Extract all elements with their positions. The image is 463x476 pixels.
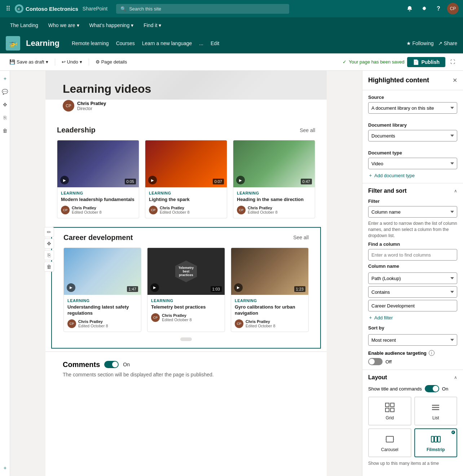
filter-label: Filter — [368, 198, 457, 204]
svg-rect-4 — [385, 408, 389, 412]
document-library-select[interactable]: Documents — [368, 130, 457, 141]
play-button[interactable]: ▶ — [60, 176, 69, 184]
chevron-down-icon: ▾ — [131, 22, 133, 28]
source-select[interactable]: A document library on this site — [368, 102, 457, 114]
top-navigation: ⠿ C Contoso Electronics SharePoint 🔍 Sea… — [0, 0, 463, 17]
copy-page-icon[interactable]: ⎘ — [0, 113, 10, 123]
edit-toolbar: 💾 Save as draft ▾ ↩ Undo ▾ ⚙ Page detail… — [0, 53, 463, 71]
sort-by-label: Sort by — [368, 325, 457, 331]
page-header: 🚁 Learning Remote learning Courses Learn… — [0, 33, 463, 53]
app-launcher-icon[interactable]: ⠿ — [4, 3, 12, 14]
undo-button[interactable]: ↩ Undo ▾ — [58, 57, 86, 67]
page-icon: 🚁 — [6, 36, 20, 51]
document-type-label: Document type — [368, 150, 457, 156]
search-bar[interactable]: 🔍 Search this site — [116, 4, 289, 14]
video-info: Learning Modern leadership fundamentals … — [57, 187, 139, 218]
video-author-avatar: CP — [237, 206, 246, 214]
delete-page-icon[interactable]: 🗑 — [0, 126, 10, 136]
play-button[interactable]: ▶ — [234, 283, 243, 292]
move-section-icon[interactable]: ✥ — [44, 239, 54, 249]
video-info: Learning Telemetry best practices CP Chr… — [147, 295, 225, 326]
add-section-bottom-icon[interactable]: ＋ — [0, 463, 10, 473]
layout-carousel-option[interactable]: Carousel — [368, 428, 411, 457]
undo-chevron-icon: ▾ — [80, 59, 82, 65]
layout-list-option[interactable]: List — [414, 397, 458, 425]
video-author-avatar: CP — [151, 313, 160, 322]
panel-title: Highlighted content — [368, 77, 429, 84]
help-icon[interactable]: ? — [433, 3, 444, 14]
pagenav-more[interactable]: ... — [198, 39, 204, 48]
comment-icon[interactable]: 💬 — [0, 87, 10, 97]
page-main-title: Learning videos — [63, 82, 309, 96]
leadership-section: Leadership See all ▶ 0:05 Learning Moder… — [45, 120, 327, 224]
document-type-select[interactable]: Video — [368, 158, 457, 169]
comments-row: Comments On — [63, 361, 309, 369]
video-duration: 0:07 — [213, 179, 224, 184]
close-icon[interactable]: ✕ — [453, 77, 457, 84]
info-icon: i — [429, 350, 435, 356]
delete-section-icon[interactable]: 🗑 — [44, 262, 54, 272]
contains-select[interactable]: Contains — [368, 286, 457, 298]
filter-value-input[interactable] — [368, 300, 457, 311]
video-author-avatar: CP — [67, 319, 76, 328]
layout-header[interactable]: Layout ∧ — [362, 370, 463, 385]
panel-header: Highlighted content ✕ — [362, 71, 463, 90]
filter-sort-header[interactable]: Filter and sort ∧ — [362, 183, 463, 198]
video-info: Learning Understanding latest safety reg… — [64, 295, 141, 332]
play-button[interactable]: ▶ — [67, 283, 75, 292]
share-button[interactable]: ↗ Share — [438, 40, 457, 46]
pagenav-learn-language[interactable]: Learn a new language — [141, 39, 193, 48]
find-column-label: Find a column — [368, 241, 457, 247]
show-title-toggle[interactable] — [425, 385, 439, 392]
pagenav-edit[interactable]: Edit — [210, 39, 220, 48]
sitenav-landing[interactable]: The Landing — [6, 19, 43, 31]
edit-section-icon[interactable]: ✏ — [44, 227, 54, 237]
layout-options: Grid List — [368, 397, 457, 457]
page-details-button[interactable]: ⚙ Page details — [92, 57, 131, 67]
play-button[interactable]: ▶ — [148, 176, 157, 184]
add-section-top-icon[interactable]: ＋ — [0, 74, 10, 84]
brand-logo: C Contoso Electronics — [15, 4, 78, 13]
toggle-knob — [433, 386, 438, 392]
avatar[interactable]: CP — [447, 3, 459, 14]
expand-button[interactable]: ⛶ — [448, 57, 457, 67]
video-author-name: Chris Pratley — [160, 206, 190, 210]
save-chevron-icon: ▾ — [46, 59, 48, 65]
move-icon[interactable]: ✥ — [0, 100, 10, 110]
add-document-type-button[interactable]: ＋ Add document type — [368, 172, 457, 179]
video-title: Telemetry best practices — [151, 304, 221, 310]
add-filter-button[interactable]: ＋ Add filter — [368, 314, 457, 321]
column-name-select[interactable]: Path (Lookup) — [368, 272, 457, 284]
comments-section: Comments On The comments section will be… — [45, 351, 327, 386]
career-see-all[interactable]: See all — [293, 235, 309, 240]
layout-grid-option[interactable]: Grid — [368, 397, 411, 425]
slider-handle[interactable] — [180, 337, 192, 341]
sitenav-who-we-are[interactable]: Who we are ▾ — [44, 19, 84, 31]
sitenav-whats-happening[interactable]: What's happening ▾ — [85, 19, 138, 31]
notifications-icon[interactable] — [404, 3, 415, 14]
sitenav-find-it[interactable]: Find it ▾ — [139, 19, 166, 31]
pagenav-remote-learning[interactable]: Remote learning — [71, 39, 110, 48]
video-tag: Learning — [67, 298, 137, 303]
play-button[interactable]: ▶ — [236, 176, 245, 184]
following-button[interactable]: ★ Following — [406, 40, 434, 46]
author-avatar: CP — [63, 100, 74, 112]
filter-select[interactable]: Column name — [368, 206, 457, 218]
comments-toggle[interactable] — [104, 361, 119, 368]
career-section-header: Career development See all — [63, 233, 309, 242]
layout-filmstrip-option[interactable]: Filmstrip — [414, 428, 458, 457]
sort-by-select[interactable]: Most recent — [368, 334, 457, 346]
find-column-input[interactable] — [368, 249, 457, 261]
plus-icon: ＋ — [368, 314, 373, 321]
duplicate-section-icon[interactable]: ⎘ — [44, 250, 54, 260]
video-card: ▶ 1:23 Learning Gyro calibrations for ur… — [231, 248, 309, 332]
product-name: SharePoint — [83, 6, 107, 12]
share-icon: ↗ — [438, 40, 442, 46]
save-draft-button[interactable]: 💾 Save as draft ▾ — [6, 57, 52, 67]
play-button[interactable]: ▶ — [150, 283, 159, 292]
leadership-see-all[interactable]: See all — [300, 127, 315, 133]
audience-toggle[interactable] — [368, 358, 383, 365]
publish-button[interactable]: 📄 Publish — [407, 57, 445, 67]
pagenav-courses[interactable]: Courses — [115, 39, 136, 48]
settings-icon[interactable] — [418, 3, 430, 14]
